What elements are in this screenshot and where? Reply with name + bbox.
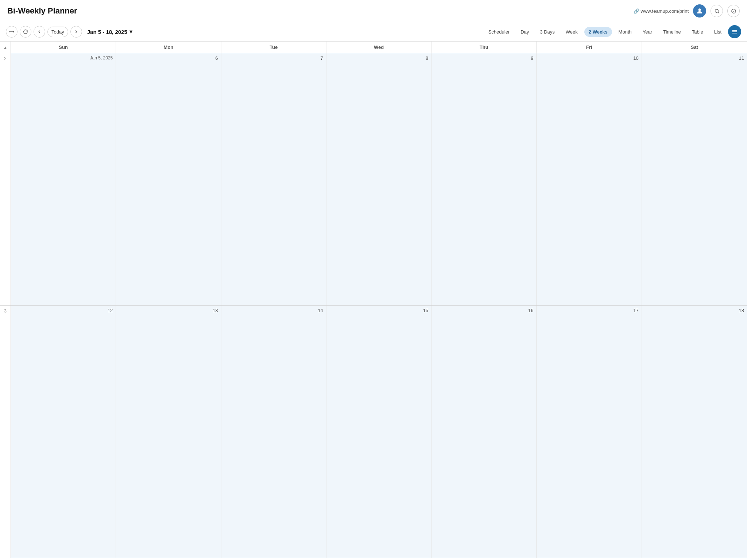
header-sun: Sun <box>11 42 116 53</box>
svg-rect-7 <box>732 30 737 31</box>
date-range-label: Jan 5 - 18, 2025 <box>87 29 127 35</box>
svg-rect-9 <box>732 33 737 34</box>
day-number-jan8: 8 <box>329 55 428 61</box>
info-button[interactable] <box>727 5 740 17</box>
search-icon <box>714 8 720 14</box>
svg-line-2 <box>718 12 719 13</box>
calendar-body: 2 Jan 5, 2025 6 7 8 9 10 1 <box>0 53 747 558</box>
view-year[interactable]: Year <box>638 27 657 37</box>
week-num-2: 2 <box>0 53 11 305</box>
day-number-jan13: 13 <box>119 308 218 313</box>
info-icon <box>731 8 736 14</box>
day-number-jan7: 7 <box>224 55 323 61</box>
user-icon <box>696 7 703 15</box>
hamburger-menu-button[interactable] <box>728 25 741 38</box>
next-button[interactable] <box>70 26 82 38</box>
expand-button[interactable] <box>6 26 18 38</box>
chevron-left-icon <box>37 29 42 34</box>
day-cell-jan18[interactable]: 18 <box>642 306 747 558</box>
view-scheduler[interactable]: Scheduler <box>484 27 514 37</box>
day-cell-jan6[interactable]: 6 <box>116 53 221 305</box>
chevron-right-icon <box>74 29 79 34</box>
header-tue: Tue <box>221 42 326 53</box>
header-thu: Thu <box>431 42 537 53</box>
sort-icon: ▲ <box>3 45 7 50</box>
view-month[interactable]: Month <box>614 27 636 37</box>
expand-icon <box>9 29 14 34</box>
view-day[interactable]: Day <box>516 27 533 37</box>
chevron-down-icon: ▾ <box>129 28 132 35</box>
day-cell-jan5[interactable]: Jan 5, 2025 <box>11 53 116 305</box>
refresh-icon <box>23 29 28 34</box>
day-cell-jan9[interactable]: 9 <box>431 53 537 305</box>
header-fri: Fri <box>537 42 642 53</box>
day-cell-jan11[interactable]: 11 <box>642 53 747 305</box>
today-button[interactable]: Today <box>47 27 68 37</box>
date-range-button[interactable]: Jan 5 - 18, 2025 ▾ <box>84 27 135 36</box>
view-week[interactable]: Week <box>561 27 582 37</box>
day-cell-jan14[interactable]: 14 <box>221 306 326 558</box>
user-avatar-button[interactable] <box>693 4 706 18</box>
day-number-jan18: 18 <box>645 308 744 313</box>
app-header: Bi-Weekly Planner 🔗 www.teamup.com/print <box>0 0 747 22</box>
day-number-jan15: 15 <box>329 308 428 313</box>
svg-rect-8 <box>732 31 737 32</box>
calendar-day-headers: ▲ Sun Mon Tue Wed Thu Fri Sat <box>0 42 747 53</box>
calendar-container: ▲ Sun Mon Tue Wed Thu Fri Sat 2 Jan 5, 2… <box>0 42 747 558</box>
week-row-2: 2 Jan 5, 2025 6 7 8 9 10 1 <box>0 53 747 306</box>
day-number-jan6: 6 <box>119 55 218 61</box>
svg-point-5 <box>734 10 734 10</box>
day-number-jan10: 10 <box>539 55 638 61</box>
prev-button[interactable] <box>34 26 45 38</box>
link-icon: 🔗 <box>634 8 639 14</box>
day-cell-jan17[interactable]: 17 <box>537 306 642 558</box>
svg-point-0 <box>698 8 701 11</box>
day-cell-jan16[interactable]: 16 <box>431 306 537 558</box>
week-num-header: ▲ <box>0 42 11 53</box>
view-list[interactable]: List <box>710 27 726 37</box>
header-sat: Sat <box>642 42 747 53</box>
day-number-jan14: 14 <box>224 308 323 313</box>
today-label: Today <box>51 29 64 35</box>
url-display: 🔗 www.teamup.com/print <box>634 8 689 14</box>
day-number-jan17: 17 <box>539 308 638 313</box>
calendar-toolbar: Today Jan 5 - 18, 2025 ▾ Scheduler Day 3… <box>0 22 747 42</box>
day-number-jan9: 9 <box>434 55 533 61</box>
refresh-button[interactable] <box>20 26 31 38</box>
header-wed: Wed <box>326 42 431 53</box>
week-num-3: 3 <box>0 306 11 558</box>
day-number-jan12: 12 <box>14 308 113 313</box>
day-number-jan16: 16 <box>434 308 533 313</box>
day-cell-jan13[interactable]: 13 <box>116 306 221 558</box>
view-2weeks[interactable]: 2 Weeks <box>584 27 612 37</box>
view-3days[interactable]: 3 Days <box>535 27 559 37</box>
week-row-3: 3 12 13 14 15 16 17 18 <box>0 306 747 558</box>
day-cell-jan8[interactable]: 8 <box>326 53 431 305</box>
svg-point-1 <box>715 9 718 12</box>
day-cell-jan12[interactable]: 12 <box>11 306 116 558</box>
view-table[interactable]: Table <box>688 27 708 37</box>
day-number-jan11: 11 <box>645 55 744 61</box>
search-button[interactable] <box>711 5 723 17</box>
app-title: Bi-Weekly Planner <box>7 6 77 16</box>
url-text: www.teamup.com/print <box>641 8 689 14</box>
day-cell-jan10[interactable]: 10 <box>537 53 642 305</box>
day-cell-jan7[interactable]: 7 <box>221 53 326 305</box>
view-timeline[interactable]: Timeline <box>659 27 685 37</box>
header-mon: Mon <box>116 42 221 53</box>
app-footer: Powered by teamup <box>0 558 747 560</box>
menu-icon <box>731 28 738 35</box>
day-cell-jan15[interactable]: 15 <box>326 306 431 558</box>
day-number-jan5: Jan 5, 2025 <box>14 55 113 61</box>
